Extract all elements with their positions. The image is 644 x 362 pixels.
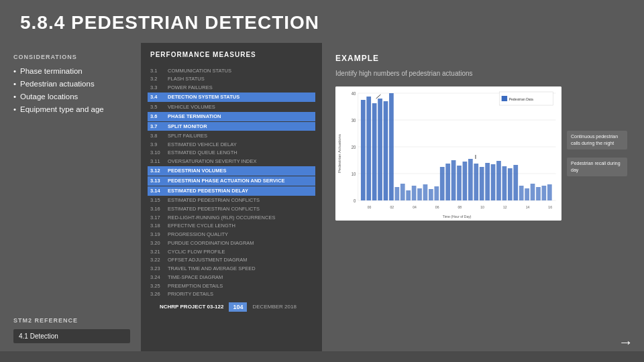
pm-text: ESTIMATED PEDESTRIAN CONFLICTS: [168, 197, 260, 204]
pm-num: 3.11: [150, 158, 168, 165]
list-item: 3.11OVERSATURATION SEVERITY INDEX: [150, 158, 313, 166]
pm-num: 3.7: [150, 123, 168, 130]
svg-rect-41: [463, 162, 468, 200]
svg-text:Time (Hour of Day): Time (Hour of Day): [443, 215, 472, 219]
note-recall: Pedestrian recall during day: [567, 158, 627, 176]
title-bar: 5.8.4 PEDESTRIAN DETECTION: [0, 0, 644, 43]
svg-text:0: 0: [354, 198, 356, 204]
pm-text: DETECTION SYSTEM STATUS: [168, 94, 239, 101]
svg-rect-48: [502, 166, 507, 200]
pm-text: ESTIMATED VEHICLE DELAY: [168, 141, 237, 148]
considerations-section: CONSIDERATIONS Phase termination Pedestr…: [13, 54, 130, 306]
pm-text: PEDESTRIAN PHASE ACTUATION AND SERVICE: [168, 178, 285, 184]
pm-num: 3.17: [150, 215, 168, 221]
list-item: Pedestrian actuations: [13, 80, 130, 88]
list-item: 3.10ESTIMATED QUEUE LENGTH: [150, 149, 313, 158]
next-arrow[interactable]: →: [619, 334, 633, 351]
svg-rect-42: [468, 159, 473, 200]
svg-text:Pedestrian Data: Pedestrian Data: [509, 97, 534, 101]
pm-list: 3.1COMMUNICATION STATUS3.2FLASH STATUS3.…: [150, 66, 313, 299]
list-item: 3.1COMMUNICATION STATUS: [150, 66, 313, 75]
svg-rect-33: [417, 188, 422, 200]
svg-rect-46: [491, 164, 496, 200]
list-item: 3.9ESTIMATED VEHICLE DELAY: [150, 140, 313, 149]
pm-num: 3.23: [150, 265, 168, 272]
pm-text: ESTIMATED QUEUE LENGTH: [168, 149, 237, 156]
chart-svg: 0 10 20 30 40 00 02 04 06 08 10: [335, 86, 561, 221]
middle-panel: PERFORMANCE MEASURES 3.1COMMUNICATION ST…: [141, 43, 322, 351]
svg-rect-30: [400, 184, 405, 200]
pm-num: 3.18: [150, 223, 168, 229]
note-continuous: Continuous pedestrian calls during the n…: [567, 131, 627, 149]
footer-project: NCHRP PROJECT 03-122: [160, 304, 223, 310]
list-item: 3.13PEDESTRIAN PHASE ACTUATION AND SERVI…: [148, 176, 315, 186]
main-content: CONSIDERATIONS Phase termination Pedestr…: [0, 43, 644, 351]
pm-text: TRAVEL TIME AND AVERAGE SPEED: [168, 265, 256, 272]
svg-rect-34: [423, 184, 428, 200]
svg-rect-52: [525, 188, 529, 200]
pm-num: 3.19: [150, 231, 168, 238]
list-item: 3.21CYCLIC FLOW PROFILE: [150, 247, 313, 256]
pm-text: EFFECTIVE CYCLE LENGTH: [168, 223, 235, 229]
svg-rect-56: [547, 184, 552, 200]
list-item: 3.7SPLIT MONITOR: [148, 122, 315, 131]
svg-rect-49: [508, 168, 513, 200]
svg-text:Pedestrian Actuations: Pedestrian Actuations: [338, 134, 341, 173]
left-panel: CONSIDERATIONS Phase termination Pedestr…: [0, 43, 141, 351]
page: 5.8.4 PEDESTRIAN DETECTION CONSIDERATION…: [0, 0, 644, 362]
chart-area: 0 10 20 30 40 00 02 04 06 08 10: [335, 86, 561, 221]
list-item: 3.2FLASH STATUS: [150, 75, 313, 84]
pm-text: CYCLIC FLOW PROFILE: [168, 249, 225, 255]
svg-rect-44: [480, 167, 484, 200]
stm2-section: STM2 REFERENCE 4.1 Detection: [13, 317, 130, 343]
list-item: Equipment type and age: [13, 105, 130, 113]
svg-text:00: 00: [368, 205, 372, 209]
stm2-label: STM2 REFERENCE: [13, 317, 130, 324]
svg-text:06: 06: [435, 205, 439, 209]
pm-num: 3.26: [150, 291, 168, 298]
pm-text: TIME-SPACE DIAGRAM: [168, 274, 223, 281]
list-item: Outage locations: [13, 93, 130, 101]
svg-rect-36: [434, 186, 439, 200]
svg-rect-39: [451, 160, 456, 200]
svg-rect-26: [378, 99, 382, 200]
list-item: 3.19PROGRESSION QUALITY: [150, 231, 313, 239]
list-item: 3.25PREEMPTION DETAILS: [150, 282, 313, 290]
pm-num: 3.15: [150, 197, 168, 204]
svg-text:04: 04: [413, 205, 417, 209]
pm-title: PERFORMANCE MEASURES: [150, 51, 313, 61]
svg-rect-27: [384, 101, 388, 200]
pm-text: PEDESTRIAN VOLUMES: [168, 168, 227, 174]
right-panel: EXAMPLE Identify high numbers of pedestr…: [322, 43, 644, 351]
svg-rect-38: [445, 164, 450, 200]
pm-num: 3.4: [150, 94, 168, 101]
pm-num: 3.5: [150, 104, 168, 111]
svg-text:30: 30: [352, 118, 356, 123]
pm-text: PROGRESSION QUALITY: [168, 231, 228, 238]
notes-area: Continuous pedestrian calls during the n…: [567, 86, 631, 221]
list-item: 3.26PRIORITY DETAILS: [150, 290, 313, 299]
pm-text: OVERSATURATION SEVERITY INDEX: [168, 158, 257, 165]
pm-num: 3.13: [150, 178, 168, 184]
svg-text:40: 40: [352, 91, 356, 97]
pm-num: 3.10: [150, 149, 168, 156]
pm-text: VEHICLE VOLUMES: [168, 104, 215, 111]
pm-text: ESTIMATED PEDESTRIAN CONFLICTS: [168, 206, 260, 213]
list-item: 3.3POWER FAILURES: [150, 84, 313, 93]
pm-text: OFFSET ADJUSTMENT DIAGRAM: [168, 257, 247, 263]
pm-num: 3.2: [150, 76, 168, 82]
pm-text: SPLIT MONITOR: [168, 123, 207, 130]
considerations-label: CONSIDERATIONS: [13, 54, 130, 60]
chart-container: 0 10 20 30 40 00 02 04 06 08 10: [335, 86, 561, 221]
svg-text:10: 10: [480, 205, 484, 209]
svg-text:12: 12: [503, 205, 507, 209]
svg-text:20: 20: [352, 145, 356, 150]
pm-text: ESTIMATED PEDESTRIAN DELAY: [168, 188, 248, 194]
svg-rect-28: [389, 93, 394, 200]
pm-text: FLASH STATUS: [168, 76, 205, 82]
pm-num: 3.6: [150, 113, 168, 120]
footer-strip: NCHRP PROJECT 03-122 104 DECEMBER 2018: [150, 300, 313, 314]
svg-rect-47: [496, 161, 501, 200]
svg-rect-35: [429, 189, 433, 200]
list-item: 3.22OFFSET ADJUSTMENT DIAGRAM: [150, 256, 313, 265]
